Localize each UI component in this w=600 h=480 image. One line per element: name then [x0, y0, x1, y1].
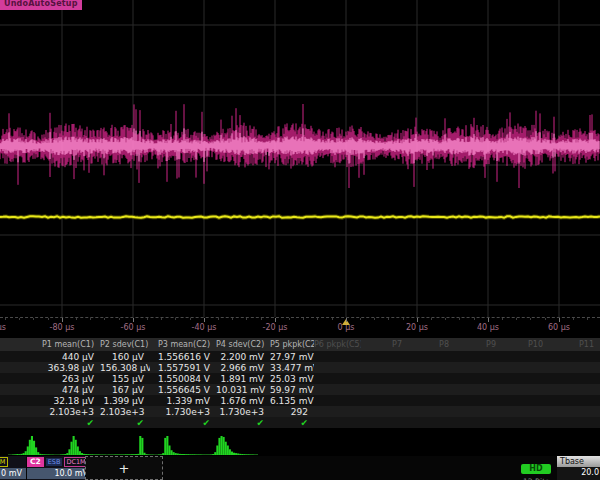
table-cell: 27.97 mV [270, 352, 314, 362]
axis-tick [289, 318, 290, 320]
table-cell: 10.031 mV [216, 385, 270, 395]
axis-tick [218, 318, 219, 320]
channel-c1-descriptor[interactable]: DC1M 0 mV [0, 456, 26, 480]
timebase-title: Tbase [557, 456, 600, 467]
axis-tick [431, 318, 432, 320]
axis-tick [275, 318, 276, 322]
axis-tick [474, 318, 475, 320]
axis-tick [175, 318, 176, 320]
parameter-header[interactable]: P5 pkpk(C2) [270, 340, 314, 349]
time-axis-label: 0 µs [338, 323, 355, 332]
axis-tick [62, 318, 63, 322]
status-check-icon: ✔ [150, 418, 216, 428]
table-row: 32.18 µV1.399 µV1.339 mV1.676 mV6.135 mV [0, 395, 600, 406]
table-cell: 59.97 mV [270, 385, 314, 395]
parameter-histicon[interactable] [58, 435, 108, 455]
axis-tick [488, 318, 489, 322]
measurement-table: P1 mean(C1)P2 sdev(C1)P3 mean(C2)P4 sdev… [0, 338, 600, 428]
time-axis-label: 60 µs [548, 323, 570, 332]
time-axis: -100 µs-80 µs-60 µs-40 µs-20 µs0 µs20 µs… [0, 317, 600, 338]
axis-tick [261, 318, 262, 320]
axis-tick [147, 318, 148, 320]
table-cell: 1.891 mV [216, 374, 270, 384]
parameter-header[interactable]: P9 [455, 340, 502, 349]
axis-tick [445, 318, 446, 320]
parameter-header[interactable]: P1 mean(C1) [0, 340, 100, 349]
axis-tick [161, 318, 162, 320]
time-axis-label: 20 µs [406, 323, 428, 332]
axis-tick [33, 318, 34, 320]
table-cell: 1.556616 V [150, 352, 216, 362]
axis-tick [388, 318, 389, 320]
axis-tick [119, 318, 120, 320]
waveform-grid[interactable]: UndoAutoSetup [0, 0, 600, 317]
timebase-value: 20.0 [557, 467, 600, 480]
parameter-value-rows: 440 µV160 µV1.556616 V2.200 mV27.97 mV36… [0, 351, 600, 417]
parameter-histicon[interactable] [8, 435, 58, 455]
parameter-header[interactable]: P4 sdev(C2) [216, 340, 270, 349]
axis-tick [332, 318, 333, 320]
parameter-header[interactable]: P3 mean(C2) [150, 340, 216, 349]
parameter-header[interactable]: P2 sdev(C1) [100, 340, 150, 349]
axis-tick [204, 318, 205, 322]
parameter-header[interactable]: P11 [549, 340, 600, 349]
c2-esb-badge: ESB [46, 458, 63, 466]
histicon-strip [0, 433, 600, 456]
c1-volts-per-div: 0 mV [0, 468, 26, 479]
parameter-header[interactable]: P8 [408, 340, 455, 349]
table-row: 363.98 µV156.308 µV1.557591 V2.966 mV33.… [0, 362, 600, 373]
table-cell: 263 µV [0, 374, 100, 384]
table-cell: 1.550084 V [150, 374, 216, 384]
table-cell: 2.103e+3 [100, 407, 150, 417]
status-check-icon: ✔ [100, 418, 150, 428]
axis-tick [346, 318, 347, 322]
time-axis-label: 40 µs [477, 323, 499, 332]
axis-tick [417, 318, 418, 322]
table-row: 440 µV160 µV1.556616 V2.200 mV27.97 mV [0, 351, 600, 362]
axis-tick [303, 318, 304, 320]
parameter-header[interactable]: P7 [361, 340, 408, 349]
time-axis-label: -40 µs [192, 323, 217, 332]
table-cell: 6.135 mV [270, 396, 314, 406]
axis-tick [530, 318, 531, 320]
timebase-descriptor[interactable]: Tbase 20.0 [557, 456, 600, 480]
axis-tick [317, 318, 318, 320]
table-cell: 1.339 mV [150, 396, 216, 406]
plus-icon: + [119, 462, 130, 475]
table-cell: 363.98 µV [0, 363, 100, 373]
add-trace-button[interactable]: + [85, 456, 163, 480]
status-check-icon: ✔ [270, 418, 314, 428]
axis-tick [48, 318, 49, 320]
axis-tick [374, 318, 375, 320]
time-axis-label: -80 µs [50, 323, 75, 332]
parameter-histicon[interactable] [108, 435, 158, 455]
waveform-traces [0, 0, 600, 317]
table-cell: 1.730e+3 [150, 407, 216, 417]
parameter-histicon[interactable] [208, 435, 258, 455]
axis-tick [559, 318, 560, 322]
table-cell: 2.966 mV [216, 363, 270, 373]
hd-badge: HD [521, 464, 551, 474]
time-axis-label: -60 µs [121, 323, 146, 332]
axis-tick [587, 318, 588, 320]
axis-tick [360, 318, 361, 320]
table-cell: 160 µV [100, 352, 150, 362]
undo-autosetup-button[interactable]: UndoAutoSetup [0, 0, 82, 10]
oscilloscope-screen: UndoAutoSetup -100 µs-80 µs-60 µs-40 µs-… [0, 0, 600, 480]
table-cell: 25.03 mV [270, 374, 314, 384]
axis-tick [76, 318, 77, 320]
channel-c2-descriptor[interactable]: C2 ESB DC1M 10.0 mV [27, 456, 91, 480]
acquisition-mode-indicator[interactable]: HD 12 Bits [516, 456, 556, 480]
table-cell: 167 µV [100, 385, 150, 395]
parameter-header[interactable]: P10 [502, 340, 549, 349]
parameter-header[interactable]: P6 pkpk(C5) [314, 340, 361, 349]
table-cell: 292 [270, 407, 314, 417]
time-axis-label: -20 µs [263, 323, 288, 332]
table-cell: 474 µV [0, 385, 100, 395]
table-cell: 2.200 mV [216, 352, 270, 362]
descriptor-bar: DC1M 0 mV C2 ESB DC1M 10.0 mV + HD 12 Bi… [0, 456, 600, 480]
parameter-header-row: P1 mean(C1)P2 sdev(C1)P3 mean(C2)P4 sdev… [0, 338, 600, 351]
axis-tick [5, 318, 6, 320]
parameter-histicon[interactable] [158, 435, 208, 455]
status-check-icon: ✔ [0, 418, 100, 428]
